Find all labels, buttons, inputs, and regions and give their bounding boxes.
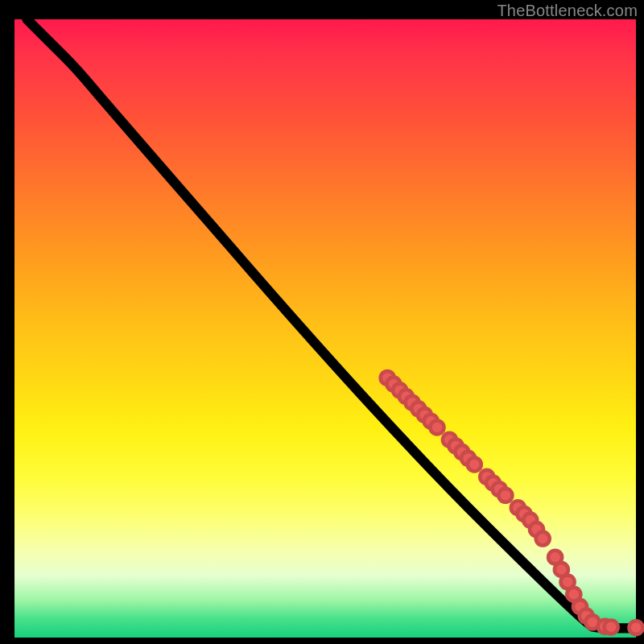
chart-markers — [381, 371, 643, 634]
data-point — [498, 489, 512, 502]
data-point — [536, 532, 550, 546]
attribution-label: TheBottleneck.com — [497, 2, 638, 20]
data-point — [605, 620, 618, 634]
chart-svg — [14, 19, 636, 638]
data-point — [630, 621, 643, 634]
data-point — [430, 420, 444, 434]
chart-area — [14, 19, 636, 638]
data-point — [468, 458, 481, 472]
